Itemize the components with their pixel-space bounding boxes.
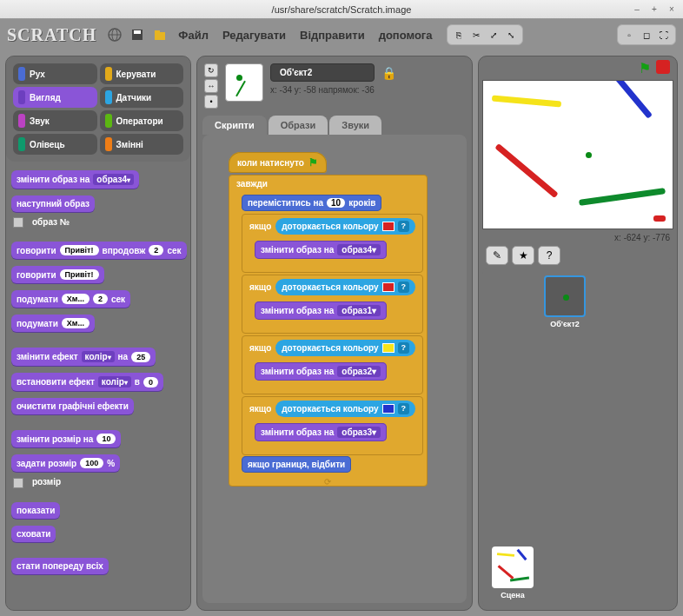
blk-set-size[interactable]: задати розмір100% (11, 454, 120, 472)
cat-motion[interactable]: Рух (13, 63, 97, 84)
grow-icon[interactable]: ⤢ (486, 27, 501, 43)
sprite-coords: x: -34 y: -58 напрямок: -36 (270, 85, 396, 95)
go-green-flag-icon[interactable]: ⚑ (639, 60, 651, 76)
menu-file[interactable]: Файл (173, 25, 214, 45)
cat-sensing[interactable]: Датчики (100, 87, 184, 108)
blk-change-size[interactable]: змінити розмір на10 (11, 430, 121, 447)
forever-block[interactable]: завжди переміститись на10кроків якщодото… (229, 175, 428, 487)
touching-color-4: доторкається кольору? (275, 401, 414, 417)
stage-card[interactable]: Сцена (489, 546, 536, 599)
switch-costume-4[interactable]: змінити образ наобраз3▾ (255, 423, 387, 441)
blk-think[interactable]: подуматиХм... (11, 315, 95, 332)
script-area[interactable]: коли натиснуто⚑ завжди переміститись на1… (202, 135, 467, 603)
tab-scripts[interactable]: Скрипти (202, 116, 267, 135)
svg-rect-5 (155, 32, 165, 40)
svg-rect-4 (134, 30, 141, 34)
sprite-list: Об'єкт2 Сцена (482, 268, 673, 606)
lock-icon[interactable]: 🔒 (381, 66, 396, 80)
tabs: Скрипти Образи Звуки (197, 116, 472, 135)
bounce-block[interactable]: якщо границя, відбити (242, 456, 351, 473)
if-block-3[interactable]: якщодоторкається кольору? змінити образ … (242, 335, 423, 394)
menu-edit[interactable]: Редагувати (217, 25, 291, 45)
if-block-4[interactable]: якщодоторкається кольору? змінити образ … (242, 396, 423, 455)
cat-looks[interactable]: Вигляд (13, 87, 97, 108)
menu-share[interactable]: Відправити (295, 25, 370, 45)
stop-button-icon[interactable] (656, 60, 670, 74)
window-titlebar: /usr/share/scratch/Scratch.image – + × (0, 0, 683, 19)
green-flag-icon: ⚑ (308, 156, 318, 169)
left-panel: Рух Керувати Вигляд Датчики Звук Операто… (5, 56, 191, 611)
tab-sounds[interactable]: Звуки (329, 116, 381, 135)
touching-color-3: доторкається кольору? (275, 340, 414, 356)
block-palette: змінити образ наобраз4▾ наступний образ … (6, 162, 190, 610)
blk-say[interactable]: говоритиПривіт! (11, 266, 104, 283)
rotate-lr-icon[interactable]: ↔ (204, 79, 218, 93)
stamp-icon[interactable]: ⎘ (451, 27, 467, 43)
window-title: /usr/share/scratch/Scratch.image (0, 4, 683, 15)
if-block-2[interactable]: якщодоторкається кольору? змінити образ … (242, 275, 423, 334)
blk-go-front[interactable]: стати попереду всіх (11, 558, 109, 574)
blk-hide[interactable]: сховати (11, 526, 56, 542)
cat-operators[interactable]: Оператори (100, 110, 184, 131)
language-icon[interactable] (105, 25, 124, 44)
sprite-card-object2[interactable]: Об'єкт2 (541, 275, 588, 328)
if-block-1[interactable]: якщодоторкається кольору? змінити образ … (242, 214, 423, 273)
chk-costume-num[interactable] (13, 217, 23, 228)
blk-set-effect[interactable]: встановити ефектколір▾в0 (11, 373, 163, 391)
middle-panel: ↻ ↔ • Об'єкт2 🔒 x: -34 y: -58 напрямок: … (196, 56, 473, 611)
save-icon[interactable] (128, 25, 147, 44)
random-sprite-icon[interactable]: ? (538, 246, 560, 265)
switch-costume-3[interactable]: змінити образ наобраз2▾ (255, 362, 387, 381)
svg-rect-6 (155, 30, 160, 33)
hat-when-flag[interactable]: коли натиснуто⚑ (229, 152, 327, 173)
right-panel: ⚑ x: -624 y: -776 ✎ ★ ? Об'єкт2 (478, 56, 678, 611)
open-icon[interactable] (150, 25, 169, 44)
chk-size[interactable] (13, 478, 23, 488)
rotate-free-icon[interactable]: ↻ (204, 63, 218, 77)
menu-help[interactable]: допомога (374, 25, 438, 45)
shrink-icon[interactable]: ⤡ (503, 27, 519, 43)
normal-stage-icon[interactable]: ◻ (639, 27, 654, 43)
switch-costume-2[interactable]: змінити образ наобраз1▾ (255, 301, 387, 320)
scratch-logo: SCRATCH (7, 25, 96, 45)
blk-show[interactable]: показати (11, 502, 60, 519)
edit-tools-group: ⎘ ✂ ⤢ ⤡ (447, 24, 523, 45)
mouse-coords: x: -624 y: -776 (479, 229, 677, 246)
cat-variables[interactable]: Змінні (100, 134, 184, 155)
tab-costumes[interactable]: Образи (269, 116, 328, 135)
rotate-none-icon[interactable]: • (204, 95, 218, 109)
small-stage-icon[interactable]: ▫ (621, 27, 637, 43)
cat-pen[interactable]: Олівець (13, 134, 97, 155)
menubar: SCRATCH Файл Редагувати Відправити допом… (0, 19, 683, 50)
presentation-icon[interactable]: ⛶ (656, 27, 672, 43)
blk-change-effect[interactable]: змінити ефектколір▾на25 (11, 348, 156, 366)
blk-say-for[interactable]: говоритиПривіт!впродовж2сек (11, 242, 187, 259)
category-grid: Рух Керувати Вигляд Датчики Звук Операто… (6, 56, 190, 162)
cat-control[interactable]: Керувати (100, 63, 184, 84)
sprite-thumbnail[interactable] (225, 63, 263, 102)
touching-color-1: доторкається кольору? (275, 218, 414, 235)
paint-sprite-icon[interactable]: ✎ (486, 246, 508, 265)
cat-sound[interactable]: Звук (13, 110, 97, 131)
blk-think-for[interactable]: подуматиХм...2сек (11, 290, 130, 308)
blk-next-costume[interactable]: наступний образ (11, 195, 95, 212)
move-block[interactable]: переміститись на10кроків (242, 195, 381, 211)
import-sprite-icon[interactable]: ★ (512, 246, 534, 265)
scissors-icon[interactable]: ✂ (468, 27, 484, 43)
stage[interactable] (482, 80, 673, 229)
switch-costume-1[interactable]: змінити образ наобраз4▾ (255, 241, 387, 259)
blk-switch-costume[interactable]: змінити образ наобраз4▾ (11, 170, 139, 189)
view-tools-group: ▫ ◻ ⛶ (617, 24, 676, 45)
touching-color-2: доторкається кольору? (275, 279, 414, 295)
blk-clear-effects[interactable]: очистити графічні ефекти (11, 398, 134, 414)
sprite-name-field[interactable]: Об'єкт2 (270, 63, 375, 82)
